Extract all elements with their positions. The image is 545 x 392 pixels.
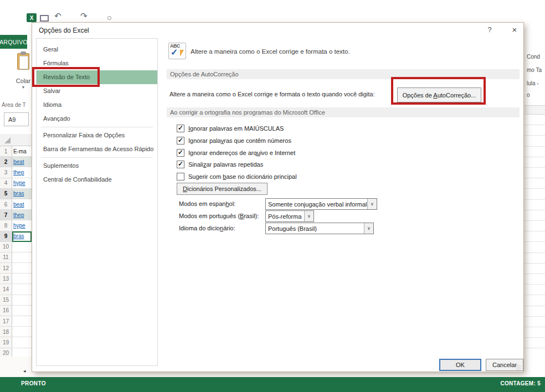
sheet-row: 15 [0,295,32,306]
grid-sliver [525,115,545,359]
row-header-5[interactable]: 5 [0,189,12,199]
abc-lightning-icon [178,50,184,56]
cell-A16[interactable] [12,306,32,316]
row-header-12[interactable]: 12 [0,263,12,274]
row-header-18[interactable]: 18 [0,327,12,337]
cell-A17[interactable] [12,316,32,327]
sheet-row: 7thep [0,210,32,220]
dialog-title: Opções do Excel [39,27,89,34]
sheet-row: 18 [0,327,32,337]
chevron-down-icon[interactable]: ∨ [367,199,377,209]
row-header-6[interactable]: 6 [0,199,12,210]
cell-A6[interactable]: beat [12,199,32,210]
cell-A5[interactable]: bras [12,189,32,199]
excel-logo-icon: X [27,13,37,22]
sidebar-item-central-confiabilidade[interactable]: Central de Confiabilidade [37,173,157,187]
checkbox-label: Ignorar palavras em MAIÚSCULAS [188,125,284,132]
cell-A19[interactable] [12,337,32,348]
resize-grip[interactable] [516,365,521,370]
row-header-3[interactable]: 3 [0,167,12,178]
sheet-row: 9bras [0,231,32,242]
chevron-down-icon[interactable]: ∨ [364,223,373,234]
cell-A3[interactable]: thep [12,167,32,178]
sheet-row: 11 [0,252,32,263]
sidebar-item-idioma[interactable]: Idioma [37,98,157,112]
checkbox-ignore-uppercase[interactable]: ✓ [177,125,184,132]
sheet-row: 14 [0,284,32,295]
cell-A7[interactable]: thep [12,210,32,220]
checkbox-label: Ignorar endereços de arquivo e Internet [188,149,295,156]
cell-A18[interactable] [12,327,32,337]
check-icon: ✓ [178,124,183,132]
chevron-down-icon[interactable]: ∨ [304,211,313,221]
row-header-13[interactable]: 13 [0,274,12,284]
redo-icon[interactable]: ↷ [80,11,88,21]
row-header-16[interactable]: 16 [0,306,12,316]
checkbox-ignore-urls[interactable]: ✓ [177,149,184,157]
row-header-15[interactable]: 15 [0,295,12,306]
row-header-1[interactable]: 1 [0,146,12,157]
ok-button[interactable]: OK [439,359,481,371]
sheet-tab-scroll-left-icon[interactable]: ◂ [23,368,26,374]
annotation-box-autocorrect-button [391,77,486,105]
checkbox-row-main-dictionary: ✓ Sugerir com base no dicionário princip… [177,172,297,181]
sheet-grid: 1E-ma2beat3thep4hype5bras6beat7thep8hype… [0,146,32,359]
row-header-19[interactable]: 19 [0,337,12,348]
cell-A4[interactable]: hype [12,178,32,189]
status-mode: PRONTO [21,380,46,386]
paste-clipboard-icon[interactable] [17,53,29,70]
sidebar-divider [41,157,153,158]
sidebar-item-personalizar-faixa[interactable]: Personalizar Faixa de Opções [37,128,157,142]
cell-A14[interactable] [12,284,32,295]
row-header-7[interactable]: 7 [0,210,12,220]
touch-mode-icon[interactable] [107,16,111,20]
dialog-sidebar: Geral Fórmulas Revisão de Texto Salvar I… [36,38,158,366]
checkbox-suggest-main-dictionary[interactable]: ✓ [177,173,184,180]
undo-icon[interactable]: ↶ [54,11,61,21]
sidebar-item-barra-acesso-rapido[interactable]: Barra de Ferramentas de Acesso Rápido [37,142,157,156]
spanish-modes-label: Modos em espanhol: [179,200,235,207]
sheet-row: 19 [0,337,32,348]
sheet-row: 8hype [0,220,32,231]
sheet-row: 4hype [0,178,32,189]
sheet-row: 5bras [0,189,32,199]
row-header-2[interactable]: 2 [0,157,12,167]
cell-A15[interactable] [12,295,32,306]
row-header-4[interactable]: 4 [0,178,12,189]
abc-check-icon: ✓ [171,47,178,58]
portuguese-modes-select[interactable]: Pós-reforma ∨ [265,210,314,222]
row-header-9[interactable]: 9 [0,231,12,242]
cell-A8[interactable]: hype [12,220,32,231]
save-icon[interactable] [40,15,49,22]
checkbox-flag-repeated[interactable]: ✓ [177,161,184,168]
row-header-8[interactable]: 8 [0,220,12,231]
cell-A13[interactable] [12,274,32,284]
select-all-corner[interactable] [4,137,11,143]
sidebar-item-geral[interactable]: Geral [37,43,157,56]
name-box[interactable]: A9 [4,112,29,126]
sidebar-item-avancado[interactable]: Avançado [37,112,157,126]
cell-A11[interactable] [12,252,32,263]
tab-arquivo[interactable]: ARQUIVO [0,35,27,49]
cell-A12[interactable] [12,263,32,274]
sheet-tab-strip [0,357,32,377]
spanish-modes-select[interactable]: Somente conjugação verbal informal ∨ [265,198,377,210]
cell-A2[interactable]: beat [12,157,32,167]
sidebar-item-suplementos[interactable]: Suplementos [37,159,157,173]
row-header-11[interactable]: 11 [0,252,12,263]
clipboard-group-label: Área de T [2,102,32,108]
dictionary-language-select[interactable]: Português (Brasil) ∨ [265,223,374,234]
check-icon: ✓ [178,136,183,144]
annotation-box-revisao-de-texto [32,67,100,87]
cell-A1[interactable]: E-ma [12,146,32,157]
custom-dictionaries-button[interactable]: Dicionários Personalizados... [177,183,268,195]
row-header-10[interactable]: 10 [0,242,12,252]
close-button[interactable]: × [508,25,521,35]
checkbox-ignore-numbers[interactable]: ✓ [177,137,184,145]
row-header-17[interactable]: 17 [0,316,12,327]
cell-A9[interactable]: bras [12,231,32,242]
check-icon: ✓ [178,148,183,156]
row-header-14[interactable]: 14 [0,284,12,295]
cell-A10[interactable] [12,242,32,252]
help-button[interactable]: ? [484,25,496,35]
